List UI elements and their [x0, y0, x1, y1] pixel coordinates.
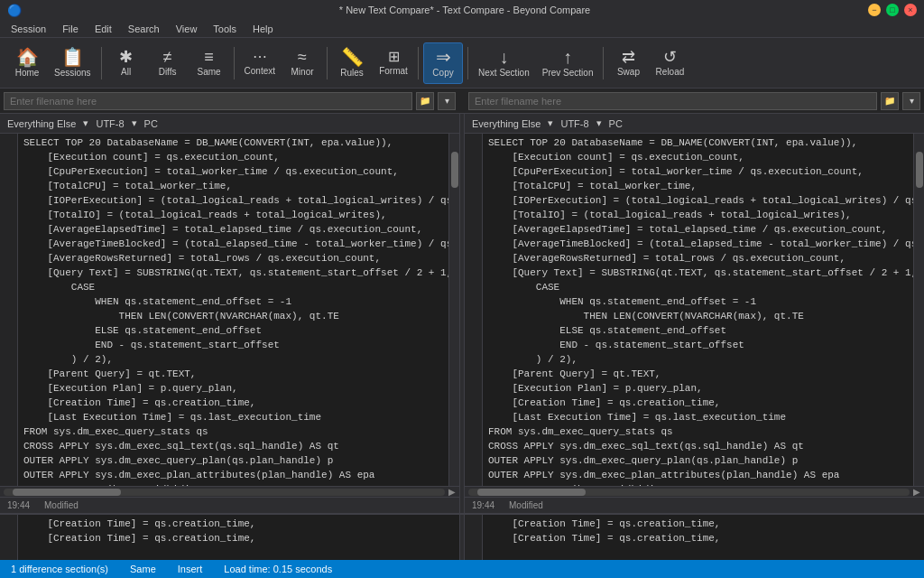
- prev-section-label: Prev Section: [542, 68, 594, 78]
- separator-2: [234, 47, 235, 79]
- right-scroll-end: ▶: [913, 487, 924, 497]
- separator-4: [418, 47, 419, 79]
- sessions-label: Sessions: [54, 68, 91, 78]
- minor-icon: ≈: [298, 49, 307, 65]
- menu-view[interactable]: View: [169, 22, 205, 36]
- menu-help[interactable]: Help: [245, 22, 281, 36]
- separator-3: [327, 47, 328, 79]
- toolbar: 🏠 Home 📋 Sessions ✱ All ≠ Diffs ≡ Same ⋯…: [0, 38, 924, 89]
- right-modified: Modified: [509, 500, 543, 510]
- minor-button[interactable]: ≈ Minor: [282, 42, 322, 84]
- right-code-area[interactable]: SELECT TOP 20 DatabaseName = DB_NAME(CON…: [483, 134, 913, 486]
- insert-mode: Insert: [178, 564, 203, 574]
- diffs-button[interactable]: ≠ Diffs: [148, 42, 188, 84]
- diffs-label: Diffs: [159, 67, 177, 77]
- window-controls[interactable]: − □ ×: [868, 4, 917, 16]
- left-filter-arrow: ▾: [83, 117, 88, 129]
- left-filter-label: Everything Else: [7, 118, 76, 129]
- left-scroll-end: ▶: [448, 487, 459, 497]
- status-bar: 1 difference section(s) Same Insert Load…: [0, 560, 924, 578]
- right-editor-header: Everything Else ▾ UTF-8 ▾ PC: [465, 114, 924, 134]
- left-encoding-arrow: ▾: [132, 117, 137, 129]
- menu-bar: Session File Edit Search View Tools Help: [0, 20, 924, 38]
- menu-search[interactable]: Search: [121, 22, 167, 36]
- reload-button[interactable]: ↺ Reload: [650, 42, 689, 84]
- left-editor-header: Everything Else ▾ UTF-8 ▾ PC: [0, 114, 459, 134]
- bottom-right-gutter: [465, 515, 483, 560]
- context-button[interactable]: ⋯ Context: [239, 42, 281, 84]
- left-editor-body: ▶ SELECT TOP 20 DatabaseName = DB_NAME(C…: [0, 134, 459, 486]
- left-h-thumb[interactable]: [13, 489, 121, 496]
- separator-1: [101, 47, 102, 79]
- right-encoding-arrow: ▾: [596, 117, 602, 129]
- next-section-label: Next Section: [478, 68, 530, 78]
- same-status: Same: [130, 564, 156, 574]
- right-scrollbar[interactable]: [913, 134, 924, 486]
- right-gutter: ▶: [465, 134, 483, 486]
- reload-icon: ↺: [663, 49, 677, 65]
- left-status: 19:44 Modified: [0, 497, 459, 513]
- copy-label: Copy: [432, 68, 453, 78]
- right-h-thumb[interactable]: [477, 489, 586, 496]
- right-filter-label: Everything Else: [472, 118, 541, 129]
- right-scrollbar-thumb[interactable]: [916, 152, 923, 188]
- left-line-col: 19:44: [7, 500, 30, 510]
- next-section-button[interactable]: ↓ Next Section: [473, 42, 535, 84]
- all-icon: ✱: [119, 49, 133, 65]
- home-icon: 🏠: [16, 48, 39, 66]
- rules-icon: 📏: [341, 48, 364, 66]
- all-button[interactable]: ✱ All: [106, 42, 146, 84]
- bottom-preview-bar: [Creation Time] = qs.creation_time, [Cre…: [0, 513, 924, 560]
- left-gutter: ▶: [0, 134, 18, 486]
- sessions-button[interactable]: 📋 Sessions: [49, 42, 97, 84]
- copy-button[interactable]: ⇒ Copy: [423, 42, 463, 84]
- close-button[interactable]: ×: [904, 4, 917, 16]
- reload-label: Reload: [656, 67, 685, 77]
- menu-session[interactable]: Session: [4, 22, 53, 36]
- left-h-track: [4, 489, 445, 496]
- file-bar: 📁 ▾ 📁 ▾: [0, 89, 924, 114]
- sessions-icon: 📋: [61, 48, 84, 66]
- left-filename-input[interactable]: [4, 92, 412, 110]
- right-dropdown-button[interactable]: ▾: [902, 92, 920, 110]
- prev-section-icon: ↑: [563, 48, 572, 66]
- menu-tools[interactable]: Tools: [206, 22, 244, 36]
- menu-edit[interactable]: Edit: [88, 22, 119, 36]
- format-button[interactable]: ⊞ Format: [374, 42, 413, 84]
- format-label: Format: [379, 66, 408, 76]
- window-icon-area: 🔵: [7, 4, 61, 17]
- separator-6: [603, 47, 604, 79]
- rules-button[interactable]: 📏 Rules: [332, 42, 372, 84]
- right-line-ending: PC: [609, 118, 623, 129]
- copy-icon: ⇒: [436, 48, 451, 66]
- window-title: * New Text Compare* - Text Compare - Bey…: [61, 5, 868, 15]
- prev-section-button[interactable]: ↑ Prev Section: [537, 42, 599, 84]
- right-scrollbar-h[interactable]: ▶: [465, 486, 924, 497]
- right-editor-pane: Everything Else ▾ UTF-8 ▾ PC ▶ SELECT TO…: [465, 114, 924, 513]
- main-area: Everything Else ▾ UTF-8 ▾ PC ▶ SELECT TO…: [0, 114, 924, 513]
- home-button[interactable]: 🏠 Home: [7, 42, 47, 84]
- left-dropdown-button[interactable]: ▾: [438, 92, 456, 110]
- bottom-left-gutter: [0, 515, 18, 560]
- left-folder-button[interactable]: 📁: [416, 92, 434, 110]
- app-icon: 🔵: [7, 4, 22, 17]
- left-line-ending: PC: [144, 118, 158, 129]
- right-folder-button[interactable]: 📁: [881, 92, 899, 110]
- left-code-area[interactable]: SELECT TOP 20 DatabaseName = DB_NAME(CON…: [18, 134, 448, 486]
- same-button[interactable]: ≡ Same: [189, 42, 229, 84]
- right-editor-body: ▶ SELECT TOP 20 DatabaseName = DB_NAME(C…: [465, 134, 924, 486]
- home-label: Home: [15, 68, 40, 78]
- format-icon: ⊞: [388, 50, 400, 64]
- swap-icon: ⇄: [622, 49, 635, 65]
- swap-button[interactable]: ⇄ Swap: [608, 42, 648, 84]
- right-filename-input[interactable]: [468, 92, 877, 110]
- minimize-button[interactable]: −: [868, 4, 881, 16]
- right-encoding: UTF-8: [560, 118, 588, 129]
- left-scrollbar-h[interactable]: ▶: [0, 486, 459, 497]
- left-scrollbar[interactable]: [448, 134, 459, 486]
- maximize-button[interactable]: □: [886, 4, 899, 16]
- left-scrollbar-thumb[interactable]: [451, 152, 458, 188]
- menu-file[interactable]: File: [55, 22, 86, 36]
- bottom-right-pane: [Creation Time] = qs.creation_time, [Cre…: [483, 515, 924, 560]
- left-encoding: UTF-8: [96, 118, 124, 129]
